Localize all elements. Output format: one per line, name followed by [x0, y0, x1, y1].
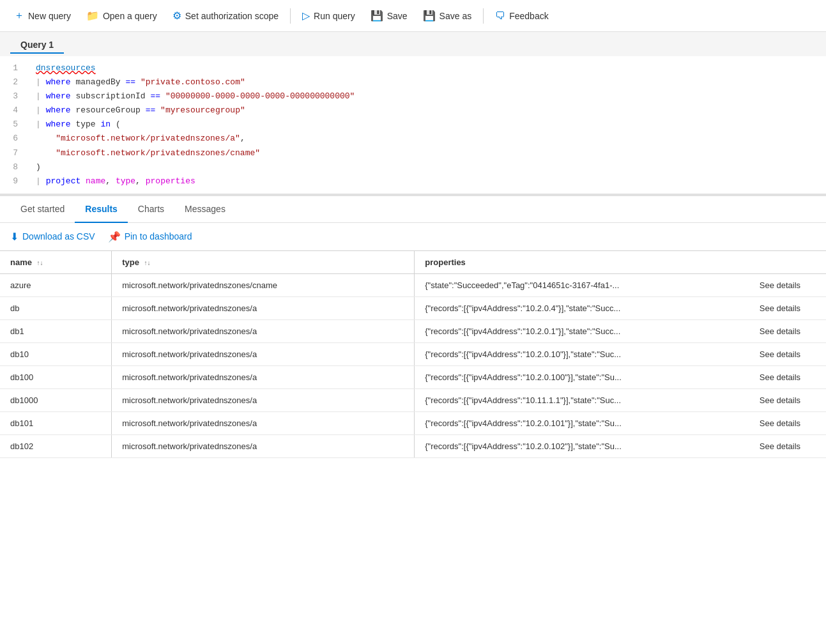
cell-action-1[interactable]: See details — [749, 296, 826, 319]
new-query-label: New query — [28, 11, 71, 21]
pin-dashboard-button[interactable]: 📌 Pin to dashboard — [108, 231, 192, 243]
cell-name-7: db102 — [0, 434, 112, 457]
run-icon: ▷ — [302, 10, 310, 22]
save-as-icon: 💾 — [423, 10, 436, 22]
code-line-1: dnsresources — [36, 61, 816, 75]
tab-results[interactable]: Results — [75, 196, 128, 223]
open-query-button[interactable]: 📁 Open a query — [80, 6, 164, 26]
set-auth-button[interactable]: ⚙ Set authorization scope — [166, 6, 285, 26]
gear-icon: ⚙ — [172, 10, 181, 22]
cell-action-6[interactable]: See details — [749, 411, 826, 434]
tab-charts[interactable]: Charts — [128, 196, 174, 223]
table-row: db10microsoft.network/privatednszones/a{… — [0, 342, 826, 365]
cell-properties-7: {"records":[{"ipv4Address":"10.2.0.102"}… — [415, 434, 749, 457]
cell-type-1: microsoft.network/privatednszones/a — [112, 296, 415, 319]
code-editor[interactable]: 1 2 3 4 5 6 7 8 9 dnsresources | where m… — [0, 56, 826, 194]
download-csv-button[interactable]: ⬇ Download as CSV — [10, 231, 95, 243]
results-table: name ↑↓ type ↑↓ properties azuremicrosof… — [0, 250, 826, 458]
table-row: dbmicrosoft.network/privatednszones/a{"r… — [0, 296, 826, 319]
tab-get-started[interactable]: Get started — [10, 196, 75, 223]
pin-dashboard-label: Pin to dashboard — [125, 231, 192, 241]
save-icon: 💾 — [371, 10, 383, 22]
cell-name-2: db1 — [0, 319, 112, 342]
cell-type-5: microsoft.network/privatednszones/a — [112, 388, 415, 411]
cell-type-2: microsoft.network/privatednszones/a — [112, 319, 415, 342]
cell-properties-4: {"records":[{"ipv4Address":"10.2.0.100"}… — [415, 365, 749, 388]
code-content: dnsresources | where managedBy == "priva… — [26, 61, 826, 188]
actions-bar: ⬇ Download as CSV 📌 Pin to dashboard — [0, 223, 826, 250]
pin-icon: 📌 — [108, 231, 121, 243]
cell-action-3[interactable]: See details — [749, 342, 826, 365]
cell-action-7[interactable]: See details — [749, 434, 826, 457]
cell-type-4: microsoft.network/privatednszones/a — [112, 365, 415, 388]
divider-2 — [483, 8, 484, 24]
code-line-2: | where managedBy == "private.contoso.co… — [36, 75, 816, 89]
result-tabs: Get started Results Charts Messages — [0, 196, 826, 223]
plus-icon: ＋ — [14, 9, 24, 22]
table-row: db1microsoft.network/privatednszones/a{"… — [0, 319, 826, 342]
cell-type-7: microsoft.network/privatednszones/a — [112, 434, 415, 457]
col-header-action — [749, 250, 826, 273]
line-numbers: 1 2 3 4 5 6 7 8 9 — [0, 61, 26, 188]
save-as-button[interactable]: 💾 Save as — [417, 6, 478, 26]
cell-properties-1: {"records":[{"ipv4Address":"10.2.0.4"}],… — [415, 296, 749, 319]
cell-name-1: db — [0, 296, 112, 319]
cell-type-0: microsoft.network/privatednszones/cname — [112, 273, 415, 296]
folder-icon: 📁 — [86, 10, 99, 22]
col-header-properties: properties — [415, 250, 749, 273]
code-line-5: | where type in ( — [36, 118, 816, 132]
download-icon: ⬇ — [10, 231, 19, 243]
cell-type-6: microsoft.network/privatednszones/a — [112, 411, 415, 434]
code-line-4: | where resourceGroup == "myresourcegrou… — [36, 103, 816, 118]
cell-name-0: azure — [0, 273, 112, 296]
cell-action-2[interactable]: See details — [749, 319, 826, 342]
tab-messages[interactable]: Messages — [174, 196, 236, 223]
cell-name-5: db1000 — [0, 388, 112, 411]
table-row: db100microsoft.network/privatednszones/a… — [0, 365, 826, 388]
run-query-label: Run query — [314, 11, 355, 21]
cell-properties-6: {"records":[{"ipv4Address":"10.2.0.101"}… — [415, 411, 749, 434]
table-body: azuremicrosoft.network/privatednszones/c… — [0, 273, 826, 457]
code-line-6: "microsoft.network/privatednszones/a", — [36, 132, 816, 146]
cell-action-4[interactable]: See details — [749, 365, 826, 388]
cell-type-3: microsoft.network/privatednszones/a — [112, 342, 415, 365]
query-title-wrap: Query 1 — [0, 32, 826, 56]
cell-properties-3: {"records":[{"ipv4Address":"10.2.0.10"}]… — [415, 342, 749, 365]
save-button[interactable]: 💾 Save — [364, 6, 414, 26]
col-header-type[interactable]: type ↑↓ — [112, 250, 415, 273]
save-label: Save — [387, 11, 408, 21]
results-area: Get started Results Charts Messages ⬇ Do… — [0, 196, 826, 458]
table-row: db1000microsoft.network/privatednszones/… — [0, 388, 826, 411]
code-line-7: "microsoft.network/privatednszones/cname… — [36, 146, 816, 160]
cell-properties-2: {"records":[{"ipv4Address":"10.2.0.1"}],… — [415, 319, 749, 342]
table-row: db101microsoft.network/privatednszones/a… — [0, 411, 826, 434]
code-line-8: ) — [36, 160, 816, 174]
query-area: Query 1 1 2 3 4 5 6 7 8 9 dnsresources |… — [0, 32, 826, 196]
cell-action-5[interactable]: See details — [749, 388, 826, 411]
table-row: db102microsoft.network/privatednszones/a… — [0, 434, 826, 457]
feedback-icon: 🗨 — [495, 10, 505, 22]
table-row: azuremicrosoft.network/privatednszones/c… — [0, 273, 826, 296]
cell-name-3: db10 — [0, 342, 112, 365]
code-line-3: | where subscriptionId == "00000000-0000… — [36, 89, 816, 103]
query-title: Query 1 — [10, 34, 64, 54]
feedback-label: Feedback — [509, 11, 548, 21]
run-query-button[interactable]: ▷ Run query — [296, 6, 362, 26]
table-header-row: name ↑↓ type ↑↓ properties — [0, 250, 826, 273]
cell-properties-5: {"records":[{"ipv4Address":"10.11.1.1"}]… — [415, 388, 749, 411]
set-auth-label: Set authorization scope — [185, 11, 279, 21]
toolbar: ＋ New query 📁 Open a query ⚙ Set authori… — [0, 0, 826, 32]
col-header-name[interactable]: name ↑↓ — [0, 250, 112, 273]
cell-name-6: db101 — [0, 411, 112, 434]
sort-icon-type: ↑↓ — [144, 259, 151, 266]
cell-properties-0: {"state":"Succeeded","eTag":"0414651c-31… — [415, 273, 749, 296]
new-query-button[interactable]: ＋ New query — [8, 5, 77, 26]
code-line-9: | project name, type, properties — [36, 174, 816, 188]
divider-1 — [290, 8, 291, 24]
cell-action-0[interactable]: See details — [749, 273, 826, 296]
feedback-button[interactable]: 🗨 Feedback — [489, 6, 554, 26]
sort-icon-name: ↑↓ — [37, 259, 43, 266]
cell-name-4: db100 — [0, 365, 112, 388]
download-csv-label: Download as CSV — [22, 231, 95, 241]
open-query-label: Open a query — [103, 11, 157, 21]
